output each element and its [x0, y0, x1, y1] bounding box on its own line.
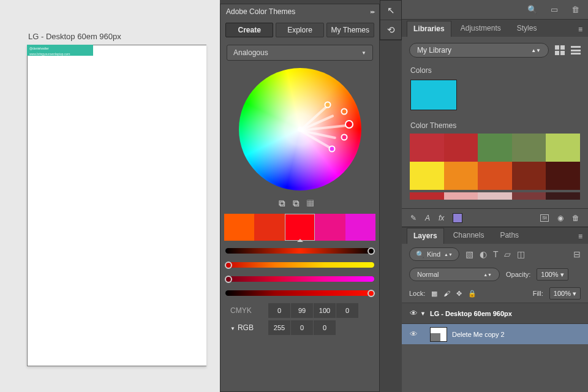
- grid-icon[interactable]: ▦: [307, 198, 321, 208]
- search-icon: 🔍: [416, 251, 424, 258]
- swatch-1[interactable]: [224, 214, 254, 241]
- filter-smart-icon[interactable]: ◫: [517, 249, 525, 259]
- chevron-updown-icon: ▲▼: [531, 48, 541, 53]
- harmony-rule-select[interactable]: Analogous ▼: [227, 45, 373, 61]
- tab-styles[interactable]: Styles: [510, 20, 544, 37]
- layer-row-selected[interactable]: 👁 Delete Me copy 2: [402, 323, 588, 344]
- tab-create[interactable]: Create: [225, 23, 273, 37]
- collapse-icon[interactable]: ▸▸: [371, 9, 379, 15]
- layer-group-row[interactable]: 👁 ▼ LG - Desktop 60em 960px: [402, 303, 588, 323]
- type-a-icon[interactable]: A: [425, 214, 430, 222]
- color-themes-label: Color Themes: [402, 119, 588, 134]
- theme-swatch[interactable]: [478, 192, 512, 200]
- panel-header[interactable]: Adobe Color Themes ▸▸: [221, 4, 379, 19]
- dock-strip: ↖ ⟲: [380, 0, 402, 40]
- search-icon[interactable]: 🔍: [527, 5, 537, 14]
- lock-all-icon[interactable]: 🔒: [468, 290, 477, 298]
- tab-adjustments[interactable]: Adjustments: [454, 20, 508, 37]
- filter-type-icon[interactable]: T: [493, 249, 499, 259]
- panel-menu-icon[interactable]: ≡: [573, 22, 588, 37]
- tab-channels[interactable]: Channels: [447, 227, 491, 244]
- chevron-down-icon: ▼: [361, 50, 366, 56]
- disclosure-triangle-icon[interactable]: ▼: [420, 311, 430, 317]
- tab-layers[interactable]: Layers: [407, 228, 444, 244]
- theme-swatch[interactable]: [478, 134, 512, 162]
- panel-menu-icon[interactable]: ≡: [573, 229, 588, 244]
- swatch-5[interactable]: [345, 214, 375, 241]
- library-theme-grid[interactable]: [410, 134, 580, 190]
- brush-icon[interactable]: ✎: [410, 214, 417, 222]
- styles-icon-row: ✎ A fx St ◉ 🗑: [402, 208, 588, 227]
- panel-title: Adobe Color Themes: [221, 7, 371, 16]
- artboard-banner: @danielwalter www.bringyourownlaptop.com: [27, 45, 93, 56]
- cc-sync-icon[interactable]: ◉: [557, 214, 564, 222]
- visibility-eye-icon[interactable]: 👁: [407, 330, 420, 339]
- filter-adjust-icon[interactable]: ◐: [480, 249, 487, 259]
- lock-brush-icon[interactable]: 🖌: [443, 290, 450, 297]
- swatch-4[interactable]: [315, 214, 345, 241]
- fx-icon[interactable]: fx: [439, 214, 444, 222]
- slider-1[interactable]: [225, 248, 374, 254]
- swatch-3-selected[interactable]: [285, 214, 315, 241]
- add-from-image-icon[interactable]: ⧉: [279, 198, 293, 208]
- colors-label: Colors: [402, 64, 588, 78]
- theme-swatch[interactable]: [546, 162, 580, 190]
- lock-pixels-icon[interactable]: ▩: [431, 290, 437, 298]
- layer-filter-row: 🔍 Kind ▲▼ ▧ ◐ T ▱ ◫ ⊟: [402, 244, 588, 265]
- library-theme-row2[interactable]: [410, 192, 580, 200]
- slider-3[interactable]: [225, 276, 374, 282]
- blend-mode-select[interactable]: Normal▲▼: [409, 268, 500, 281]
- theme-swatch[interactable]: [444, 162, 478, 190]
- tab-paths[interactable]: Paths: [493, 227, 526, 244]
- theme-swatch[interactable]: [546, 192, 580, 200]
- color-wheel[interactable]: [239, 68, 361, 190]
- grid-view-icon[interactable]: [555, 45, 565, 55]
- mode-rgb-row[interactable]: ▼RGB 255 0 0: [224, 319, 375, 336]
- theme-swatch[interactable]: [410, 134, 444, 162]
- artboard[interactable]: [27, 45, 206, 366]
- layer-kind-filter[interactable]: 🔍 Kind ▲▼: [409, 247, 459, 261]
- layer-thumbnail: [430, 327, 447, 342]
- visibility-eye-icon[interactable]: 👁: [407, 309, 420, 318]
- tab-libraries[interactable]: Libraries: [407, 21, 451, 37]
- library-color-swatch[interactable]: [410, 80, 457, 110]
- theme-swatch[interactable]: [410, 162, 444, 190]
- tab-my-themes[interactable]: My Themes: [326, 23, 374, 37]
- filter-toggle-icon[interactable]: ⊟: [573, 249, 581, 259]
- link-icon[interactable]: ⟲: [380, 20, 401, 40]
- theme-swatch[interactable]: [512, 192, 546, 200]
- theme-swatch[interactable]: [478, 162, 512, 190]
- theme-swatch[interactable]: [410, 192, 444, 200]
- lock-position-icon[interactable]: ✥: [456, 290, 462, 298]
- layers-tabset: Layers Channels Paths ≡: [402, 227, 588, 244]
- canvas-area: LG - Desktop 60em 960px @danielwalter ww…: [0, 0, 220, 392]
- theme-swatch[interactable]: [512, 134, 546, 162]
- libraries-tabset: Libraries Adjustments Styles ≡: [402, 20, 588, 37]
- theme-swatch[interactable]: [512, 162, 546, 190]
- list-view-icon[interactable]: [571, 46, 581, 55]
- tab-explore[interactable]: Explore: [276, 23, 323, 37]
- theme-swatch[interactable]: [546, 134, 580, 162]
- trash-icon[interactable]: 🗑: [572, 214, 579, 222]
- opacity-label: Opacity:: [506, 271, 530, 278]
- filter-shape-icon[interactable]: ▱: [504, 249, 511, 259]
- fill-field[interactable]: 100% ▾: [549, 287, 581, 300]
- arrow-tool-icon[interactable]: ↖: [380, 1, 401, 20]
- st-icon[interactable]: St: [540, 214, 549, 222]
- trash-icon[interactable]: 🗑: [571, 5, 579, 14]
- mode-cmyk-row[interactable]: CMYK 0 99 100 0: [224, 302, 375, 319]
- opacity-field[interactable]: 100% ▾: [537, 268, 568, 281]
- library-select[interactable]: My Library ▲▼: [409, 43, 549, 58]
- filter-image-icon[interactable]: ▧: [466, 249, 473, 259]
- new-icon[interactable]: ▭: [551, 5, 558, 14]
- lib-top-toolbar: 🔍 ▭ 🗑: [402, 0, 588, 20]
- theme-swatch[interactable]: [444, 192, 478, 200]
- slider-2[interactable]: [225, 262, 374, 268]
- add-from-swatch-icon[interactable]: ⧉: [293, 198, 307, 208]
- swatch-2[interactable]: [254, 214, 284, 241]
- wheel-tools: ⧉⧉▦: [221, 195, 379, 214]
- theme-swatch[interactable]: [444, 134, 478, 162]
- color-chip[interactable]: [453, 213, 462, 223]
- lock-label: Lock:: [409, 290, 425, 297]
- slider-4[interactable]: [225, 290, 374, 296]
